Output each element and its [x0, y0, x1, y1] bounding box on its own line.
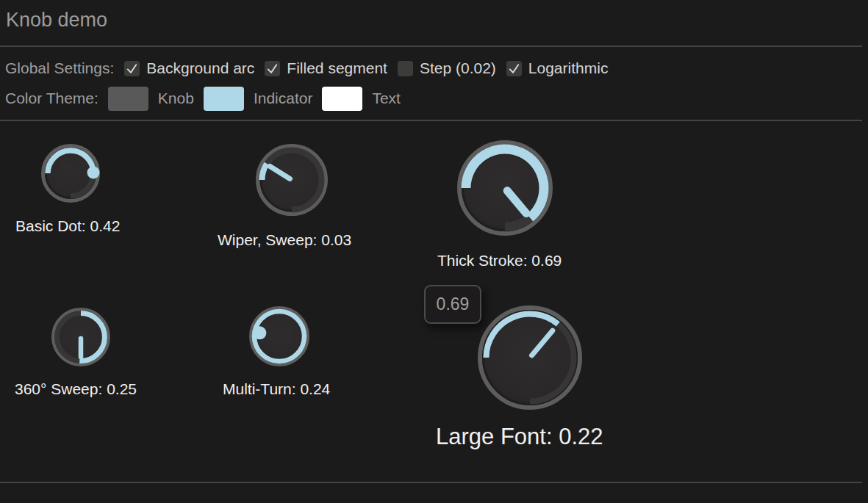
knob-label-sweep-360: 360° Sweep: 0.25 — [15, 380, 137, 398]
page-title: Knob demo — [6, 9, 107, 32]
checkbox-label: Background arc — [146, 59, 254, 77]
knob-dot — [87, 166, 99, 178]
checkmark-icon — [265, 62, 279, 76]
knob-sweep-360[interactable] — [47, 303, 115, 371]
knob-label-multi-turn: Multi-Turn: 0.24 — [223, 380, 330, 398]
checkbox-label: Filled segment — [287, 59, 387, 77]
color-theme-row: Color Theme: KnobIndicatorText — [5, 84, 401, 112]
separator-top — [0, 46, 862, 47]
swatch-text-color[interactable] — [322, 87, 362, 111]
swatch-label: Text — [372, 90, 401, 107]
separator-settings — [0, 120, 862, 121]
knob-dot — [253, 326, 266, 339]
checkmark-icon — [125, 62, 139, 76]
knob-multi-turn[interactable] — [245, 302, 314, 371]
tooltip-value: 0.69 — [437, 294, 470, 314]
swatch-indicator-color[interactable] — [204, 87, 244, 111]
knob-thick-stroke[interactable] — [453, 136, 557, 240]
knob-wiper-sweep[interactable] — [251, 140, 332, 220]
swatch-label: Knob — [158, 90, 194, 107]
knob-label-thick-stroke: Thick Stroke: 0.69 — [437, 252, 562, 269]
knob-basic-dot[interactable] — [37, 140, 104, 207]
checkbox-background-arc[interactable]: Background arc — [124, 59, 254, 77]
checkbox-logarithmic[interactable]: Logarithmic — [506, 59, 609, 77]
checkbox-filled-segment[interactable]: Filled segment — [265, 59, 387, 77]
knob-label-basic-dot: Basic Dot: 0.42 — [15, 217, 120, 235]
checkbox-label: Step (0.02) — [420, 59, 496, 77]
knob-large-font[interactable] — [473, 301, 587, 414]
global-settings-row: Global Settings: Background arcFilled se… — [5, 57, 608, 79]
checkbox-label: Logarithmic — [528, 59, 609, 77]
swatch-label: Indicator — [254, 90, 313, 107]
global-settings-label: Global Settings: — [5, 59, 114, 77]
separator-bottom — [0, 482, 862, 483]
checkmark-icon — [507, 62, 521, 76]
swatch-knob-color[interactable] — [108, 87, 148, 111]
value-tooltip: 0.69 — [424, 285, 481, 324]
knob-label-wiper-sweep: Wiper, Sweep: 0.03 — [218, 231, 351, 249]
checkbox-box[interactable] — [265, 61, 280, 76]
knob-demo-window: Knob demo Global Settings: Background ar… — [0, 0, 868, 503]
checkbox-box[interactable] — [398, 61, 413, 76]
checkbox-step[interactable]: Step (0.02) — [398, 59, 496, 77]
checkbox-box[interactable] — [506, 61, 522, 76]
knob-label-large-font: Large Font: 0.22 — [436, 424, 603, 450]
color-theme-label: Color Theme: — [5, 90, 98, 107]
checkbox-box[interactable] — [124, 61, 140, 76]
